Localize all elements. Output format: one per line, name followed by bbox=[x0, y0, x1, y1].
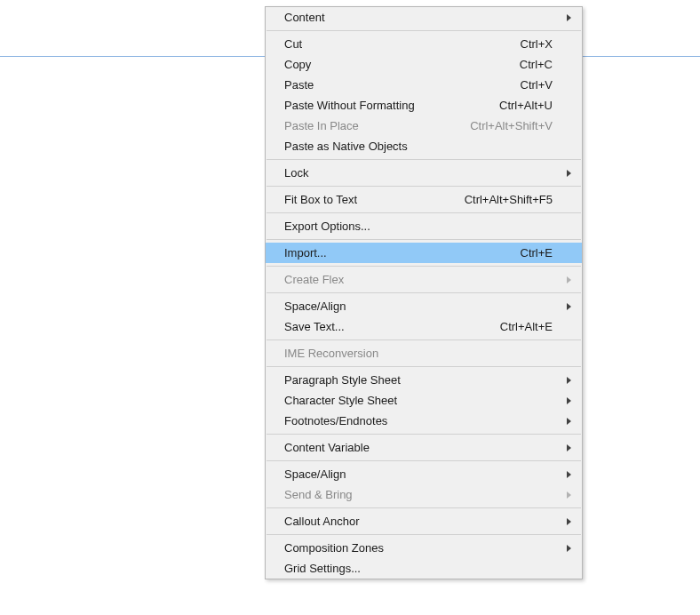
menu-item-fit-box-to-text[interactable]: Fit Box to TextCtrl+Alt+Shift+F5 bbox=[266, 189, 582, 210]
menu-separator bbox=[266, 460, 581, 461]
menu-item-label: Copy bbox=[284, 58, 311, 71]
menu-item-label: Character Style Sheet bbox=[284, 394, 397, 407]
menu-item-label: Create Flex bbox=[284, 273, 344, 286]
menu-item-shortcut: Ctrl+C bbox=[520, 58, 553, 71]
menu-item-content[interactable]: Content bbox=[266, 7, 582, 28]
menu-separator bbox=[266, 366, 581, 367]
menu-item-label: Save Text... bbox=[284, 320, 345, 333]
menu-item-label: Export Options... bbox=[284, 220, 370, 233]
menu-separator bbox=[266, 434, 581, 435]
menu-item-label: Paragraph Style Sheet bbox=[284, 373, 401, 387]
menu-separator bbox=[266, 534, 581, 535]
chevron-right-icon bbox=[567, 276, 571, 284]
menu-item-label: Paste In Place bbox=[284, 119, 359, 132]
menu-item-paste-without-formatting[interactable]: Paste Without FormattingCtrl+Alt+U bbox=[266, 95, 582, 116]
chevron-right-icon bbox=[567, 471, 571, 478]
menu-item-shortcut: Ctrl+E bbox=[521, 246, 553, 260]
menu-item-grid-settings[interactable]: Grid Settings... bbox=[266, 558, 582, 579]
menu-item-label: Space/Align bbox=[284, 300, 346, 313]
chevron-right-icon bbox=[567, 170, 571, 177]
chevron-right-icon bbox=[567, 303, 571, 310]
chevron-right-icon bbox=[567, 444, 571, 451]
chevron-right-icon bbox=[567, 377, 571, 384]
menu-item-lock[interactable]: Lock bbox=[266, 163, 582, 183]
menu-item-paste-as-native-objects[interactable]: Paste as Native Objects bbox=[266, 136, 582, 156]
menu-separator bbox=[266, 30, 581, 31]
menu-item-label: Footnotes/Endnotes bbox=[284, 414, 387, 427]
menu-item-label: Import... bbox=[284, 246, 327, 260]
menu-item-content-variable[interactable]: Content Variable bbox=[266, 437, 582, 458]
menu-item-create-flex: Create Flex bbox=[266, 269, 582, 290]
menu-item-label: Fit Box to Text bbox=[284, 193, 357, 206]
menu-item-import[interactable]: Import...Ctrl+E bbox=[266, 243, 582, 263]
menu-item-label: Cut bbox=[284, 37, 302, 51]
menu-item-label: Composition Zones bbox=[284, 541, 384, 555]
chevron-right-icon bbox=[567, 545, 571, 552]
menu-item-label: Content Variable bbox=[284, 441, 370, 454]
menu-item-label: Paste Without Formatting bbox=[284, 99, 415, 112]
menu-item-label: Space/Align bbox=[284, 467, 346, 481]
context-menu: ContentCutCtrl+XCopyCtrl+CPasteCtrl+VPas… bbox=[265, 6, 583, 579]
menu-item-space-align[interactable]: Space/Align bbox=[266, 296, 582, 316]
menu-separator bbox=[266, 159, 581, 160]
menu-item-paste-in-place: Paste In PlaceCtrl+Alt+Shift+V bbox=[266, 116, 582, 136]
menu-item-cut[interactable]: CutCtrl+X bbox=[266, 34, 582, 54]
chevron-right-icon bbox=[567, 518, 571, 525]
menu-separator bbox=[266, 339, 581, 340]
menu-item-paragraph-style-sheet[interactable]: Paragraph Style Sheet bbox=[266, 370, 582, 390]
menu-item-copy[interactable]: CopyCtrl+C bbox=[266, 54, 582, 75]
menu-item-space-align[interactable]: Space/Align bbox=[266, 464, 582, 484]
menu-item-shortcut: Ctrl+Alt+Shift+V bbox=[470, 119, 553, 132]
menu-item-label: IME Reconversion bbox=[284, 347, 378, 360]
menu-item-character-style-sheet[interactable]: Character Style Sheet bbox=[266, 390, 582, 411]
menu-item-send-bring: Send & Bring bbox=[266, 484, 582, 505]
menu-separator bbox=[266, 186, 581, 187]
menu-separator bbox=[266, 266, 581, 267]
menu-separator bbox=[266, 212, 581, 213]
menu-item-shortcut: Ctrl+Alt+E bbox=[500, 320, 553, 333]
menu-separator bbox=[266, 507, 581, 508]
menu-item-shortcut: Ctrl+X bbox=[521, 37, 553, 51]
menu-item-label: Paste bbox=[284, 78, 314, 92]
menu-item-label: Grid Settings... bbox=[284, 562, 361, 575]
menu-item-ime-reconversion: IME Reconversion bbox=[266, 343, 582, 363]
chevron-right-icon bbox=[567, 397, 571, 404]
menu-item-label: Content bbox=[284, 11, 325, 24]
menu-item-composition-zones[interactable]: Composition Zones bbox=[266, 538, 582, 558]
menu-item-label: Callout Anchor bbox=[284, 515, 360, 528]
menu-item-shortcut: Ctrl+V bbox=[521, 78, 553, 92]
chevron-right-icon bbox=[567, 491, 571, 499]
menu-item-paste[interactable]: PasteCtrl+V bbox=[266, 75, 582, 95]
menu-item-save-text[interactable]: Save Text...Ctrl+Alt+E bbox=[266, 316, 582, 337]
menu-item-shortcut: Ctrl+Alt+U bbox=[499, 99, 553, 112]
menu-item-label: Paste as Native Objects bbox=[284, 140, 408, 153]
chevron-right-icon bbox=[567, 418, 571, 425]
menu-item-footnotes-endnotes[interactable]: Footnotes/Endnotes bbox=[266, 411, 582, 431]
chevron-right-icon bbox=[567, 14, 571, 21]
menu-item-shortcut: Ctrl+Alt+Shift+F5 bbox=[465, 193, 553, 206]
menu-item-label: Lock bbox=[284, 166, 308, 180]
menu-separator bbox=[266, 239, 581, 240]
menu-item-label: Send & Bring bbox=[284, 488, 353, 501]
menu-separator bbox=[266, 292, 581, 293]
menu-item-export-options[interactable]: Export Options... bbox=[266, 216, 582, 236]
menu-item-callout-anchor[interactable]: Callout Anchor bbox=[266, 511, 582, 531]
